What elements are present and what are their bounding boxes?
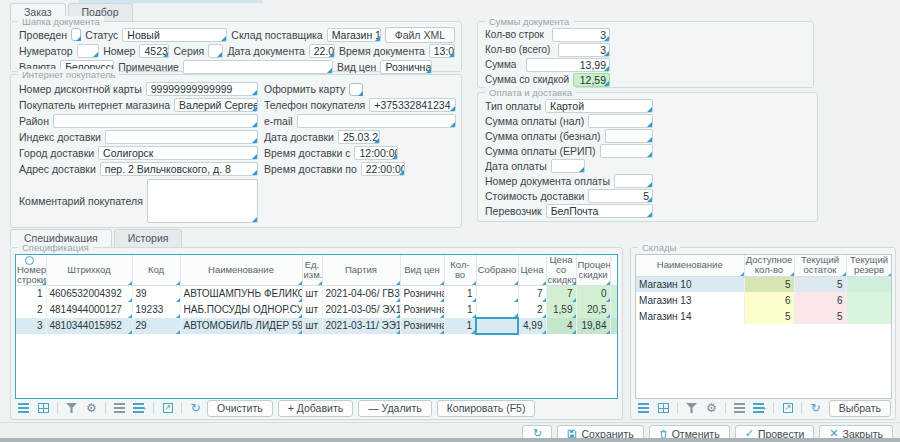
- col-unit[interactable]: Ед. изм.: [302, 255, 322, 286]
- cell-num[interactable]: 1: [16, 286, 46, 302]
- cell-reserve[interactable]: [846, 276, 892, 292]
- cell-price-kind[interactable]: Розничная (: [400, 302, 444, 318]
- issue-card-checkbox[interactable]: [349, 83, 363, 96]
- sum-discount-input[interactable]: 12,59: [573, 73, 610, 87]
- add-row-icon[interactable]: +: [131, 400, 148, 416]
- filter-icon[interactable]: [63, 400, 80, 416]
- col-current[interactable]: Текущий остаток: [794, 255, 846, 276]
- sum-input[interactable]: 13,99: [526, 58, 610, 72]
- lines-count-input[interactable]: 3: [552, 28, 610, 42]
- email-input[interactable]: [297, 114, 456, 128]
- export-icon[interactable]: ↗: [159, 400, 176, 416]
- buyer-name-input[interactable]: Валерий Сергеев: [174, 98, 258, 112]
- doc-date-input[interactable]: 22.03.21: [309, 44, 335, 58]
- cell-disc-pct[interactable]: 0: [576, 286, 610, 302]
- price-kind-input[interactable]: Розничная (: [380, 60, 432, 74]
- cell-num[interactable]: 3: [16, 318, 46, 334]
- warehouse-row[interactable]: Магазин 13 6 6: [636, 292, 892, 308]
- cell-code[interactable]: 19233: [132, 302, 180, 318]
- cell-collected[interactable]: [476, 302, 518, 318]
- col-sum-cut[interactable]: С: [610, 255, 618, 286]
- payment-cashless-input[interactable]: [605, 129, 653, 143]
- col-warehouse-name[interactable]: Наименование: [636, 255, 744, 276]
- proveden-checkbox[interactable]: [71, 28, 81, 41]
- delivery-cost-input[interactable]: 5: [588, 189, 653, 203]
- cell-available[interactable]: 6: [744, 292, 794, 308]
- col-qty[interactable]: Кол-во: [444, 255, 476, 286]
- view-grid-icon[interactable]: [655, 400, 672, 416]
- cell-name[interactable]: АВТОШАМПУНЬ ФЕЛИКС 1000МЛ FELIX: [180, 286, 302, 302]
- cell-unit[interactable]: шт: [302, 286, 322, 302]
- supplier-warehouse-input[interactable]: Магазин 10: [327, 28, 381, 42]
- payment-date-input[interactable]: [551, 159, 585, 173]
- district-input[interactable]: [53, 114, 258, 128]
- cell-available[interactable]: 5: [744, 276, 794, 292]
- cell-disc-pct[interactable]: 20,5: [576, 302, 610, 318]
- col-available[interactable]: Доступное кол-во: [744, 255, 794, 276]
- delivery-date-input[interactable]: 25.03.21: [338, 130, 380, 144]
- col-collected[interactable]: Собрано: [476, 255, 518, 286]
- payment-cash-input[interactable]: [588, 114, 653, 128]
- payment-type-input[interactable]: Картой: [545, 99, 653, 113]
- tab-history[interactable]: История: [114, 229, 183, 247]
- settings-gear-icon[interactable]: ⚙: [703, 400, 720, 416]
- cell-collected[interactable]: [476, 286, 518, 302]
- spec-row[interactable]: 1 4606532004392 39 АВТОШАМПУНЬ ФЕЛИКС 10…: [16, 286, 618, 302]
- col-code[interactable]: Код: [132, 255, 180, 286]
- series-input[interactable]: [208, 44, 223, 58]
- warehouse-row[interactable]: Магазин 14 5 5: [636, 308, 892, 324]
- cell-current[interactable]: 5: [794, 276, 846, 292]
- total-count-input[interactable]: 3: [558, 43, 610, 57]
- cell-price-disc[interactable]: 1,59: [546, 302, 576, 318]
- delivery-time-from-input[interactable]: 12:00:00: [354, 146, 398, 160]
- view-grid-icon[interactable]: [35, 400, 52, 416]
- cell-price-disc[interactable]: 7: [546, 286, 576, 302]
- payment-doc-number-input[interactable]: [614, 174, 653, 188]
- export-icon[interactable]: ↗: [779, 400, 796, 416]
- clear-button[interactable]: Очистить: [207, 400, 273, 417]
- payment-erip-input[interactable]: [600, 144, 653, 158]
- cell-disc-pct[interactable]: 19,84: [576, 318, 610, 334]
- col-disc-pct[interactable]: Процент скидки: [576, 255, 610, 286]
- cell-unit[interactable]: шт: [302, 318, 322, 334]
- cell-name[interactable]: АВТОМОБИЛЬ ЛИДЕР 5952 РБ: [180, 318, 302, 334]
- cell-unit[interactable]: шт: [302, 302, 322, 318]
- filter-icon[interactable]: [683, 400, 700, 416]
- delete-button[interactable]: — Удалить: [358, 400, 432, 417]
- delivery-zip-input[interactable]: [105, 130, 258, 144]
- cell-reserve[interactable]: [846, 292, 892, 308]
- numbering-icon[interactable]: [731, 400, 748, 416]
- cell-price[interactable]: 7: [518, 286, 546, 302]
- cell-warehouse-name[interactable]: Магазин 14: [636, 308, 744, 324]
- cell-sum[interactable]: [610, 302, 618, 318]
- cell-qty[interactable]: 1: [444, 318, 476, 334]
- cell-sum[interactable]: [610, 286, 618, 302]
- discount-card-input[interactable]: 99999999999999: [146, 82, 258, 96]
- cell-warehouse-name[interactable]: Магазин 13: [636, 292, 744, 308]
- reload-icon[interactable]: ↻: [807, 400, 824, 416]
- cell-qty[interactable]: 1: [444, 302, 476, 318]
- copy-button[interactable]: Копировать (F5): [437, 400, 536, 417]
- delivery-time-to-input[interactable]: 22:00:00: [361, 162, 405, 176]
- cell-price[interactable]: 2: [518, 302, 546, 318]
- cell-collected-focused[interactable]: [476, 318, 518, 334]
- view-list-icon[interactable]: [15, 400, 32, 416]
- numerator-input[interactable]: [77, 44, 100, 58]
- add-button[interactable]: + Добавить: [278, 400, 353, 417]
- delivery-city-input[interactable]: Солигорск: [98, 146, 258, 160]
- cell-reserve[interactable]: [846, 308, 892, 324]
- cell-code[interactable]: 29: [132, 318, 180, 334]
- col-price-disc[interactable]: Цена со скидкой: [546, 255, 576, 286]
- spec-row[interactable]: 2 4814944000127 19233 НАБ.ПОСУДЫ ОДНОР.С…: [16, 302, 618, 318]
- cell-name[interactable]: НАБ.ПОСУДЫ ОДНОР.СУПЕР! НА 6 ПЕРСОН СУ: [180, 302, 302, 318]
- reload-icon[interactable]: ↻: [187, 400, 204, 416]
- cell-price-kind[interactable]: Розничная (: [400, 318, 444, 334]
- col-barcode[interactable]: Штрихкод: [46, 255, 132, 286]
- buyer-phone-input[interactable]: +375332841234: [369, 98, 456, 112]
- cell-sum[interactable]: [610, 318, 618, 334]
- carrier-input[interactable]: БелПочта: [546, 204, 653, 218]
- numbering-icon[interactable]: [111, 400, 128, 416]
- cell-barcode[interactable]: 4810344015952: [46, 318, 132, 334]
- cell-warehouse-name[interactable]: Магазин 10: [636, 276, 744, 292]
- cell-price-disc[interactable]: 4: [546, 318, 576, 334]
